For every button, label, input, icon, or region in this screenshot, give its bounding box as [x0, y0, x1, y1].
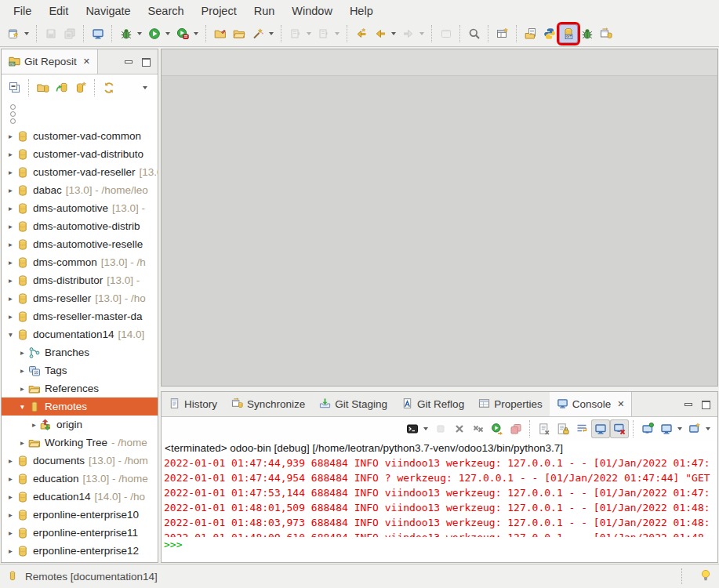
relaunch-button[interactable]: [488, 419, 507, 438]
chevron-right-icon[interactable]: ▸: [5, 168, 16, 176]
chevron-right-icon[interactable]: ▸: [16, 384, 28, 393]
chevron-right-icon[interactable]: ▸: [5, 240, 16, 249]
debug-button[interactable]: [117, 24, 136, 43]
menu-window[interactable]: Window: [283, 2, 341, 20]
chevron-right-icon[interactable]: ▸: [28, 420, 40, 429]
chevron-right-icon[interactable]: ▸: [5, 276, 16, 285]
tree-item-branches[interactable]: ▸Branches: [2, 343, 158, 361]
close-all-terminated-button[interactable]: [469, 419, 488, 438]
tree-item-education14[interactable]: ▸education14[14.0] - /ho: [2, 488, 158, 506]
tree-item-customer-vad-distributo[interactable]: ▸customer-vad-distributo: [2, 145, 158, 163]
chevron-right-icon[interactable]: ▸: [5, 510, 16, 519]
open-terminal-button[interactable]: [403, 419, 422, 438]
menu-edit[interactable]: Edit: [40, 2, 77, 20]
debug-dropdown[interactable]: [137, 32, 142, 35]
new-module-wand-button[interactable]: [249, 24, 267, 43]
back-dropdown[interactable]: [391, 32, 396, 35]
tree-item-dms-reseller-master-da[interactable]: ▸dms-reseller-master-da: [2, 307, 158, 325]
create-repository-button[interactable]: [71, 78, 90, 97]
chevron-down-icon[interactable]: ▾: [16, 402, 28, 411]
chevron-right-icon[interactable]: ▸: [5, 456, 16, 465]
perspective-debug-button[interactable]: [578, 24, 597, 43]
chevron-right-icon[interactable]: ▸: [5, 150, 16, 158]
menu-navigate[interactable]: Navigate: [77, 2, 139, 20]
close-icon[interactable]: ✕: [83, 56, 90, 67]
chevron-right-icon[interactable]: ▸: [5, 294, 16, 303]
open-resource-button[interactable]: [230, 24, 249, 43]
search-button[interactable]: [465, 24, 484, 43]
tab-git-staging[interactable]: Git Staging: [312, 392, 394, 416]
tree-item-education[interactable]: ▸education[13.0] - /home: [2, 470, 158, 488]
chevron-right-icon[interactable]: ▸: [5, 546, 16, 555]
tree-item-dms-automotive-reselle[interactable]: ▸dms-automotive-reselle: [2, 235, 158, 253]
view-menu-dropdown[interactable]: [143, 86, 147, 89]
tree-item-references[interactable]: ▸References: [2, 379, 158, 397]
menu-help[interactable]: Help: [341, 2, 382, 20]
clone-repository-button[interactable]: [53, 78, 71, 97]
tree-item-documents[interactable]: ▸documents[13.0] - /hom: [2, 452, 158, 470]
perspective-sync-button[interactable]: [597, 24, 616, 43]
chevron-right-icon[interactable]: ▸: [5, 474, 16, 483]
tree-item-dms-automotive[interactable]: ▸dms-automotive[13.0] -: [2, 199, 158, 217]
close-console-button[interactable]: [450, 419, 469, 438]
close-icon[interactable]: ✕: [617, 399, 624, 409]
last-edit-location-button[interactable]: [352, 24, 371, 43]
open-console-button[interactable]: [685, 419, 704, 438]
show-stderr-button[interactable]: [610, 419, 629, 438]
menu-search[interactable]: Search: [140, 2, 193, 20]
tree-item-dms-automotive-distrib[interactable]: ▸dms-automotive-distrib: [2, 217, 158, 235]
tree-item-customer-vad-common[interactable]: ▸customer-vad-common: [2, 127, 158, 145]
run-dropdown[interactable]: [165, 32, 170, 35]
tree-item-dms-distributor[interactable]: ▸dms-distributor[13.0] -: [2, 271, 158, 289]
tab-properties[interactable]: Properties: [471, 392, 550, 416]
collapse-all-button[interactable]: [5, 78, 24, 97]
display-console-dropdown[interactable]: [677, 427, 682, 430]
open-terminal-dropdown[interactable]: [423, 427, 428, 430]
tree-item-erponline-enterprise11[interactable]: ▸erponline-enterprise11: [2, 524, 158, 542]
tab-git-reflog[interactable]: Git Reflog: [394, 392, 471, 416]
tree-item-erponline-enterprise12[interactable]: ▸erponline-enterprise12: [2, 542, 158, 560]
chevron-right-icon[interactable]: ▸: [5, 222, 16, 230]
chevron-right-icon[interactable]: ▸: [5, 186, 16, 194]
menu-project[interactable]: Project: [193, 2, 245, 20]
perspective-pydev-button[interactable]: [540, 24, 559, 43]
chevron-right-icon[interactable]: ▸: [16, 438, 28, 447]
new-wizard-button[interactable]: [4, 24, 23, 43]
open-console-dropdown[interactable]: [706, 427, 710, 430]
pin-console-button[interactable]: [638, 419, 657, 438]
lightbulb-icon[interactable]: [699, 568, 712, 584]
tree-item-erponline-enterprise10[interactable]: ▸erponline-enterprise10: [2, 506, 158, 524]
chevron-right-icon[interactable]: ▸: [5, 528, 16, 537]
open-console-view-button[interactable]: [89, 24, 107, 43]
tree-item-working-tree[interactable]: ▸Working Tree- /home: [2, 434, 158, 452]
tab-console[interactable]: Console✕: [550, 392, 633, 416]
remove-all-terminated-button[interactable]: [507, 419, 525, 438]
perspective-git-button[interactable]: GIT: [559, 24, 578, 43]
tab-git-repositories[interactable]: GIT Git Reposit ✕: [2, 49, 98, 74]
scroll-lock-button[interactable]: [554, 419, 572, 438]
display-console-button[interactable]: [657, 419, 676, 438]
run-button[interactable]: [145, 24, 164, 43]
chevron-right-icon[interactable]: ▸: [5, 258, 16, 267]
menu-file[interactable]: File: [5, 2, 40, 20]
chevron-right-icon[interactable]: ▸: [5, 312, 16, 321]
back-button[interactable]: [371, 24, 390, 43]
new-wizard-dropdown[interactable]: [24, 32, 29, 35]
tree-item-remotes[interactable]: ▾Remotes: [2, 397, 158, 416]
coverage-button[interactable]: [173, 24, 192, 43]
chevron-right-icon[interactable]: ▸: [16, 348, 28, 357]
tab-history[interactable]: History: [162, 392, 224, 416]
tree-item-dabac[interactable]: ▸dabac[13.0] - /home/leo: [2, 181, 158, 199]
add-repository-button[interactable]: [34, 78, 53, 97]
new-module-wand-dropdown[interactable]: [269, 32, 274, 35]
open-element-button[interactable]: [211, 24, 230, 43]
chevron-right-icon[interactable]: ▸: [16, 366, 28, 375]
console-output[interactable]: 2022-01-01 01:47:44,939 688484 INFO viin…: [164, 456, 717, 552]
tree-item-dms-common[interactable]: ▸dms-common[13.0] - /h: [2, 253, 158, 271]
clear-console-button[interactable]: [535, 419, 554, 438]
tree-item-tags[interactable]: ▸10Tags: [2, 361, 158, 379]
maximize-icon[interactable]: [142, 58, 151, 66]
word-wrap-button[interactable]: [572, 419, 591, 438]
menu-run[interactable]: Run: [245, 2, 284, 20]
chevron-right-icon[interactable]: ▸: [5, 132, 16, 140]
